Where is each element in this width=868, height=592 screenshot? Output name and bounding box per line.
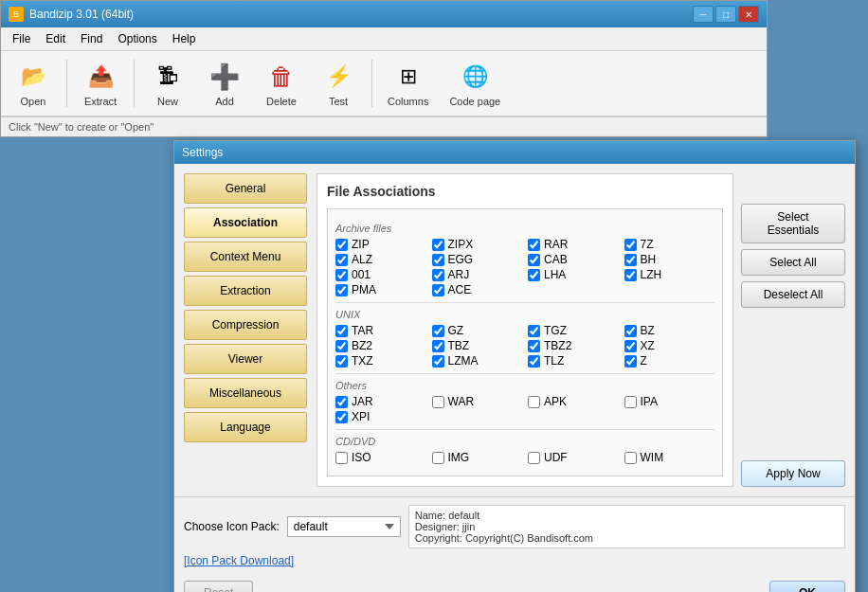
checkbox-lzma[interactable]: LZMA: [432, 354, 523, 368]
checkbox-gz[interactable]: GZ: [432, 324, 523, 337]
checkbox-txz[interactable]: TXZ: [335, 354, 426, 368]
check-udf[interactable]: [528, 452, 540, 464]
check-apk[interactable]: [528, 396, 540, 408]
open-button[interactable]: 📂 Open: [7, 55, 60, 112]
checkbox-001[interactable]: 001: [335, 268, 426, 281]
checkbox-tbz[interactable]: TBZ: [432, 339, 523, 352]
checkbox-udf[interactable]: UDF: [528, 451, 619, 464]
check-7z[interactable]: [624, 239, 637, 251]
menu-options[interactable]: Options: [110, 29, 164, 48]
nav-viewer[interactable]: Viewer: [184, 344, 307, 374]
check-arj[interactable]: [432, 269, 444, 281]
icon-pack-download-link[interactable]: [Icon Pack Download]: [184, 554, 845, 567]
check-lzh[interactable]: [624, 269, 637, 281]
check-txz[interactable]: [335, 355, 348, 368]
check-001[interactable]: [335, 269, 348, 281]
checkbox-wim[interactable]: WIM: [624, 451, 715, 464]
check-img[interactable]: [432, 452, 444, 464]
check-xpi[interactable]: [335, 411, 348, 423]
check-ace[interactable]: [432, 284, 444, 296]
checkbox-tgz[interactable]: TGZ: [528, 324, 619, 337]
menu-find[interactable]: Find: [73, 29, 110, 48]
deselect-all-button[interactable]: Deselect All: [741, 281, 845, 308]
checkbox-7z[interactable]: 7Z: [624, 238, 715, 251]
checkbox-tar[interactable]: TAR: [335, 324, 426, 337]
check-war[interactable]: [432, 396, 444, 408]
check-rar[interactable]: [528, 239, 540, 251]
check-bz2[interactable]: [335, 340, 348, 352]
check-z[interactable]: [624, 355, 637, 368]
delete-button[interactable]: 🗑 Delete: [255, 55, 308, 112]
checkbox-alz[interactable]: ALZ: [335, 253, 426, 266]
check-xz[interactable]: [624, 340, 637, 352]
reset-button[interactable]: Reset: [184, 581, 253, 592]
checkbox-bz2[interactable]: BZ2: [335, 339, 426, 352]
nav-language[interactable]: Language: [184, 412, 307, 442]
checkbox-xz[interactable]: XZ: [624, 339, 715, 352]
nav-extraction[interactable]: Extraction: [184, 276, 307, 306]
check-bh[interactable]: [624, 254, 637, 266]
check-tbz[interactable]: [432, 340, 444, 352]
checkbox-pma[interactable]: PMA: [335, 283, 426, 296]
add-button[interactable]: ➕ Add: [198, 55, 251, 112]
check-cab[interactable]: [528, 254, 540, 266]
checkbox-lzh[interactable]: LZH: [624, 268, 715, 281]
close-button[interactable]: ✕: [738, 6, 759, 23]
check-lha[interactable]: [528, 269, 540, 281]
check-tgz[interactable]: [528, 325, 540, 337]
checkbox-img[interactable]: IMG: [432, 451, 523, 464]
checkbox-tbz2[interactable]: TBZ2: [528, 339, 619, 352]
check-alz[interactable]: [335, 254, 348, 266]
test-button[interactable]: ⚡ Test: [312, 55, 365, 112]
menu-file[interactable]: File: [5, 29, 38, 48]
check-iso[interactable]: [335, 452, 348, 464]
checkbox-jar[interactable]: JAR: [335, 395, 426, 408]
checkbox-z[interactable]: Z: [624, 354, 715, 368]
check-egg[interactable]: [432, 254, 444, 266]
check-tlz[interactable]: [528, 355, 540, 368]
checkbox-rar[interactable]: RAR: [528, 238, 619, 251]
checkbox-zipx[interactable]: ZIPX: [432, 238, 523, 251]
check-gz[interactable]: [432, 325, 444, 337]
check-lzma[interactable]: [432, 355, 444, 368]
ok-button[interactable]: OK: [769, 581, 845, 592]
checkbox-ipa[interactable]: IPA: [624, 395, 715, 408]
checkbox-bz[interactable]: BZ: [624, 324, 715, 337]
check-ipa[interactable]: [624, 396, 637, 408]
select-all-button[interactable]: Select All: [741, 249, 845, 276]
checkbox-ace[interactable]: ACE: [432, 283, 523, 296]
check-jar[interactable]: [335, 396, 348, 408]
nav-general[interactable]: General: [184, 173, 307, 204]
checkbox-bh[interactable]: BH: [624, 253, 715, 266]
nav-association[interactable]: Association: [184, 207, 307, 238]
checkbox-zip[interactable]: ZIP: [335, 238, 426, 251]
nav-compression[interactable]: Compression: [184, 310, 307, 340]
minimize-button[interactable]: ─: [693, 6, 714, 23]
checkbox-war[interactable]: WAR: [432, 395, 523, 408]
checkbox-arj[interactable]: ARJ: [432, 268, 523, 281]
checkbox-lha[interactable]: LHA: [528, 268, 619, 281]
check-tar[interactable]: [335, 325, 348, 337]
new-button[interactable]: 🗜 New: [141, 55, 194, 112]
columns-button[interactable]: ⊞ Columns: [379, 55, 437, 112]
menu-edit[interactable]: Edit: [38, 29, 73, 48]
nav-miscellaneous[interactable]: Miscellaneous: [184, 378, 307, 408]
check-zip[interactable]: [335, 239, 348, 251]
codepage-button[interactable]: 🌐 Code page: [441, 55, 509, 112]
check-pma[interactable]: [335, 284, 348, 296]
select-essentials-button[interactable]: Select Essentials: [741, 204, 845, 243]
checkbox-tlz[interactable]: TLZ: [528, 354, 619, 368]
icon-pack-select[interactable]: default: [287, 516, 401, 537]
menu-help[interactable]: Help: [165, 29, 204, 48]
apply-now-button[interactable]: Apply Now: [741, 460, 845, 487]
nav-context-menu[interactable]: Context Menu: [184, 242, 307, 272]
check-zipx[interactable]: [432, 239, 444, 251]
checkbox-xpi[interactable]: XPI: [335, 410, 426, 423]
check-wim[interactable]: [624, 452, 637, 464]
checkbox-iso[interactable]: ISO: [335, 451, 426, 464]
maximize-button[interactable]: □: [715, 6, 736, 23]
checkbox-apk[interactable]: APK: [528, 395, 619, 408]
check-tbz2[interactable]: [528, 340, 540, 352]
check-bz[interactable]: [624, 325, 637, 337]
checkbox-cab[interactable]: CAB: [528, 253, 619, 266]
